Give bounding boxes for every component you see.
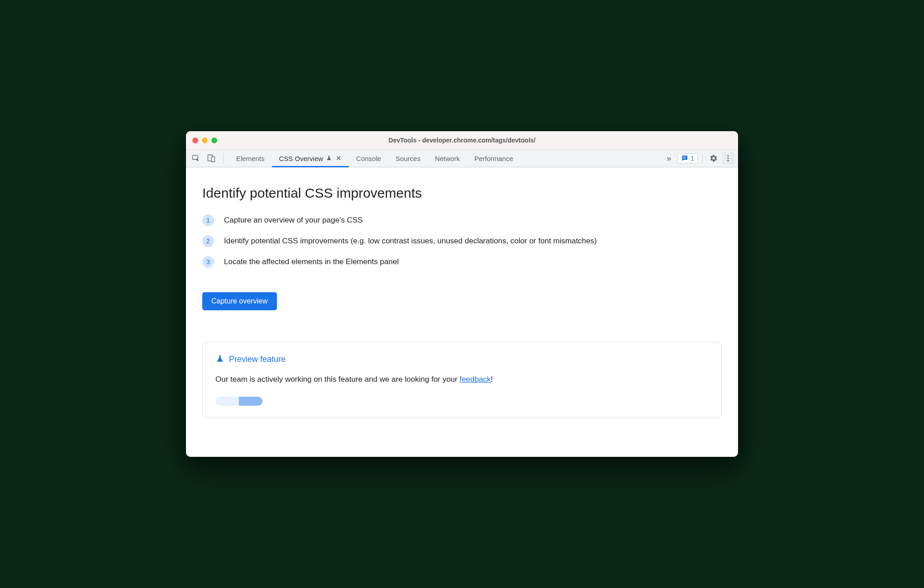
page-title: Identify potential CSS improvements [202, 185, 722, 201]
settings-icon[interactable] [707, 152, 720, 165]
svg-point-6 [728, 158, 729, 159]
tab-sources[interactable]: Sources [388, 150, 428, 167]
panel-tabs: Elements CSS Overview ✕ Console Sources … [229, 150, 520, 167]
svg-point-5 [728, 155, 729, 156]
svg-rect-0 [193, 155, 198, 159]
preview-btn-right[interactable] [239, 397, 262, 406]
steps-list: 1 Capture an overview of your page's CSS… [202, 214, 722, 268]
step-text: Capture an overview of your page's CSS [224, 214, 363, 226]
capture-overview-button[interactable]: Capture overview [202, 292, 277, 310]
tab-elements[interactable]: Elements [229, 150, 272, 167]
preview-text-before: Our team is actively working on this fea… [215, 375, 460, 384]
issues-badge[interactable]: 1 [677, 153, 698, 163]
tab-console-label: Console [356, 155, 381, 162]
tab-sources-label: Sources [395, 155, 420, 162]
step-number: 3 [202, 256, 214, 268]
toolbar-left-group [190, 153, 224, 164]
maximize-window-button[interactable] [211, 138, 217, 143]
device-toolbar-icon[interactable] [205, 152, 218, 165]
step-number: 1 [202, 214, 214, 226]
preview-header: Preview feature [215, 354, 709, 364]
toolbar-divider [702, 153, 703, 163]
tab-css-overview[interactable]: CSS Overview ✕ [272, 150, 349, 167]
titlebar: DevTools - developer.chrome.com/tags/dev… [186, 131, 738, 149]
issues-count: 1 [691, 155, 694, 162]
minimize-window-button[interactable] [202, 138, 208, 143]
preview-buttons [215, 397, 709, 406]
preview-text: Our team is actively working on this fea… [215, 375, 709, 384]
step-item: 3 Locate the affected elements in the El… [202, 256, 722, 268]
close-tab-icon[interactable]: ✕ [336, 154, 342, 162]
tab-elements-label: Elements [236, 155, 265, 162]
svg-point-7 [728, 160, 729, 161]
step-text: Identify potential CSS improvements (e.g… [224, 235, 597, 247]
preview-btn-left[interactable] [215, 397, 239, 406]
close-window-button[interactable] [192, 138, 198, 143]
preview-feature-box: Preview feature Our team is actively wor… [202, 342, 722, 418]
feedback-link[interactable]: feedback [460, 375, 491, 384]
step-number: 2 [202, 235, 214, 247]
toolbar-right-group: » 1 [662, 152, 734, 165]
preview-label: Preview feature [229, 355, 286, 364]
svg-rect-3 [683, 157, 686, 157]
svg-rect-2 [211, 157, 215, 162]
inspect-element-icon[interactable] [190, 152, 202, 165]
tab-console[interactable]: Console [349, 150, 388, 167]
devtools-window: DevTools - developer.chrome.com/tags/dev… [186, 131, 738, 457]
tab-performance-label: Performance [474, 155, 513, 162]
tab-network[interactable]: Network [428, 150, 467, 167]
more-options-icon[interactable] [722, 152, 734, 165]
more-tabs-icon[interactable]: » [662, 154, 676, 163]
devtools-toolbar: Elements CSS Overview ✕ Console Sources … [186, 149, 738, 167]
preview-text-after: ! [491, 375, 493, 384]
svg-rect-4 [683, 158, 686, 158]
panel-content: Identify potential CSS improvements 1 Ca… [186, 167, 738, 457]
tab-performance[interactable]: Performance [467, 150, 520, 167]
step-item: 2 Identify potential CSS improvements (e… [202, 235, 722, 247]
tab-network-label: Network [435, 155, 460, 162]
step-item: 1 Capture an overview of your page's CSS [202, 214, 722, 226]
step-text: Locate the affected elements in the Elem… [224, 256, 399, 268]
window-title: DevTools - developer.chrome.com/tags/dev… [186, 137, 738, 144]
traffic-lights [192, 138, 217, 143]
chat-icon [681, 155, 688, 162]
tab-css-overview-label: CSS Overview [279, 155, 324, 162]
flask-icon [326, 155, 332, 161]
flask-icon [215, 354, 224, 364]
